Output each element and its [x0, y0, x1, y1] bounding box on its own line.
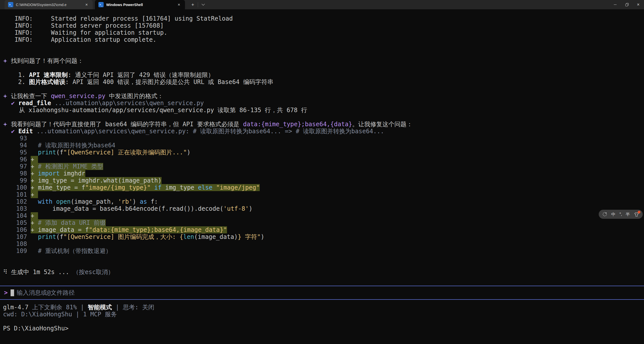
- terminal-line: 96 +: [0, 156, 644, 163]
- tab-bar-divider: [198, 2, 198, 7]
- tab-cmd[interactable]: >_ C:\WINDOWS\system32\cmd.e ×: [5, 0, 93, 9]
- terminal-line: 108: [0, 240, 644, 247]
- terminal-line: 101 +: [0, 191, 644, 198]
- terminal-lines-bottom: glm-4.7 上下文剩余 81% | 智能模式 | 思考: 关闭cwd: D:…: [0, 304, 644, 332]
- tab-dropdown-button[interactable]: [199, 0, 207, 9]
- terminal-line: 103 image_data = base64.b64encode(f.read…: [0, 205, 644, 212]
- terminal-line: 104 +: [0, 212, 644, 219]
- terminal-line: [0, 262, 644, 269]
- terminal-line: 让我检查一下 qwen_service.py 中发送图片的格式：: [0, 93, 644, 100]
- ime-skin-icon[interactable]: [634, 212, 639, 217]
- titlebar: >_ C:\WINDOWS\system32\cmd.e × >_ Window…: [0, 0, 644, 9]
- terminal-line: glm-4.7 上下文剩余 81% | 智能模式 | 思考: 关闭: [0, 304, 644, 311]
- terminal-line: 105 + # 添加 data URI 前缀: [0, 219, 644, 226]
- terminal-line: PS D:\XiaoHongShu>: [0, 325, 644, 332]
- ime-logo-icon[interactable]: [602, 211, 608, 217]
- terminal-line: 从 xiaohongshu-automation/app/services/qw…: [0, 107, 644, 114]
- new-tab-button[interactable]: +: [188, 0, 197, 9]
- window-controls: ×: [609, 0, 644, 9]
- terminal-line: [0, 64, 644, 71]
- chevron-down-icon: [202, 2, 205, 6]
- terminal-line: [0, 50, 644, 57]
- close-button[interactable]: ×: [632, 0, 644, 9]
- terminal-line: [0, 85, 644, 93]
- powershell-icon: >_: [8, 2, 13, 7]
- terminal-line: 97 + # 检测图片 MIME 类型: [0, 163, 644, 170]
- terminal-line: 100 + mime_type = f"image/{img_type}" if…: [0, 184, 644, 191]
- terminal-line: 2. 图片格式错误: API 返回 400 错误，提示图片必须是公共 URL 或…: [0, 78, 644, 85]
- terminal-line: 93: [0, 135, 644, 142]
- terminal-line: [0, 318, 644, 325]
- terminal-line: [0, 43, 644, 50]
- terminal-line: ⠻ 生成中 1m 52s ... （按esc取消）: [0, 269, 644, 276]
- ime-punctuation-mode[interactable]: °,: [619, 212, 622, 217]
- text-cursor: [11, 289, 14, 296]
- notification-dot: [638, 211, 640, 213]
- terminal-line: INFO: Started reloader process [161764] …: [0, 15, 644, 22]
- powershell-icon: >_: [98, 2, 104, 7]
- terminal-line: [0, 276, 644, 283]
- tab-title-cmd: C:\WINDOWS\system32\cmd.e: [16, 3, 81, 7]
- restore-icon: [626, 4, 628, 6]
- terminal-line: 94 # 读取原图并转换为base64: [0, 142, 644, 149]
- terminal-line: INFO: Started server process [157608]: [0, 22, 644, 29]
- ime-lang-mode[interactable]: 中: [611, 211, 616, 217]
- sparkle-icon: [3, 59, 7, 63]
- terminal-line: 找到问题了！有两个问题：: [0, 57, 644, 64]
- terminal-line: ✔ Edit ...utomation\app\services\qwen_se…: [0, 128, 644, 135]
- tab-title-powershell: Windows PowerShell: [106, 3, 173, 7]
- terminal-line: INFO: Application startup complete.: [0, 36, 644, 43]
- terminal-line: INFO: Waiting for application startup.: [0, 29, 644, 36]
- message-input[interactable]: > 输入消息或@文件路径: [0, 286, 644, 300]
- ime-toolbar: 中 °, 半: [599, 210, 643, 219]
- terminal-line: 106 + image_data = f"data:{mime_type};ba…: [0, 226, 644, 233]
- terminal-line: 99 + img_type = imghdr.what(image_path): [0, 177, 644, 184]
- tab-close-icon[interactable]: ×: [176, 2, 182, 8]
- terminal-line: [0, 114, 644, 121]
- terminal-line: 107 print(f"[QwenService] 图片编码完成，大小: {le…: [0, 233, 644, 240]
- terminal-line: 95 print(f"[QwenService] 正在读取并编码图片..."): [0, 149, 644, 156]
- terminal-output: INFO: Started reloader process [161764] …: [0, 9, 644, 344]
- sparkle-icon: [3, 94, 7, 98]
- ime-width-mode[interactable]: 半: [626, 211, 630, 217]
- minimize-icon: [614, 5, 617, 5]
- tab-powershell[interactable]: >_ Windows PowerShell ×: [95, 0, 185, 9]
- terminal-line: 98 + import imghdr: [0, 170, 644, 177]
- tab-close-icon[interactable]: ×: [84, 2, 90, 8]
- restore-button[interactable]: [621, 0, 632, 9]
- sparkle-icon: [3, 122, 7, 126]
- input-placeholder: 输入消息或@文件路径: [17, 289, 74, 296]
- terminal-line: cwd: D:\XiaoHongShu | 1 MCP 服务: [0, 311, 644, 318]
- terminal-line: [0, 254, 644, 262]
- terminal-lines-top: INFO: Started reloader process [161764] …: [0, 15, 644, 283]
- terminal-line: 109 # 重试机制（带指数退避）: [0, 247, 644, 254]
- prompt-caret: >: [4, 289, 8, 296]
- terminal-line: 1. API 速率限制: 通义千问 API 返回了 429 错误（速率限制超限）: [0, 71, 644, 78]
- terminal-line: ✔ read_file ...utomation\app\services\qw…: [0, 100, 644, 107]
- terminal-line: 我看到问题了！代码中直接使用了 base64 编码的字符串，但 API 要求格式…: [0, 121, 644, 128]
- minimize-button[interactable]: [609, 0, 621, 9]
- terminal-line: 102 with open(image_path, 'rb') as f:: [0, 198, 644, 205]
